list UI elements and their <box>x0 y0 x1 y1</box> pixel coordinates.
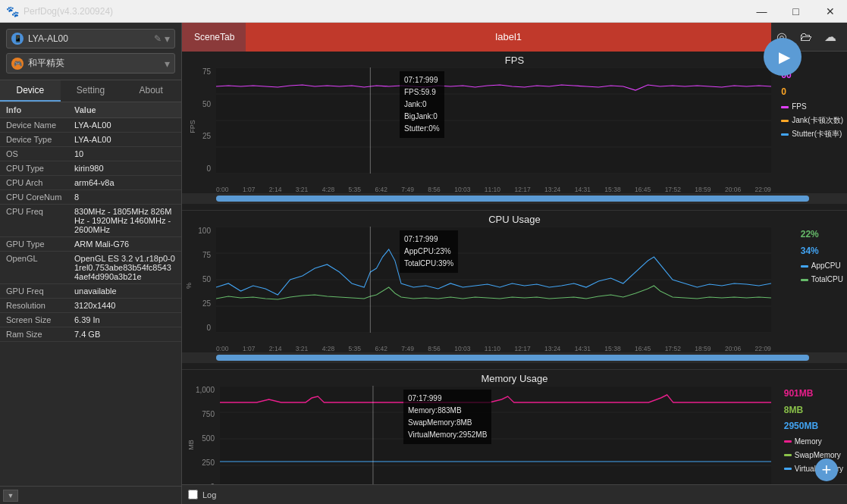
info-key: Screen Size <box>6 315 74 324</box>
right-panel: SceneTab label1 ◎ 🗁 ☁ FPS 75 50 25 0 <box>182 23 847 504</box>
info-key: Resolution <box>6 301 74 310</box>
info-row: CPU Freq830MHz - 1805MHz 826MHz - 1920MH… <box>0 205 181 237</box>
memory-chart-svg <box>220 386 771 484</box>
cpu-legend-total-value: 34% <box>801 243 843 260</box>
info-row: Ram Size7.4 GB <box>0 327 181 342</box>
memory-chart-container: Memory Usage 1,000 750 500 250 0 MB <box>182 370 847 484</box>
cpu-legend: 22% 34% AppCPU TotalCPU <box>801 227 843 286</box>
total-cpu-label: TotalCPU <box>811 273 843 286</box>
info-row: GPU Frequnavailable <box>0 284 181 299</box>
info-table-header: Info Value <box>0 102 181 118</box>
info-row: GPU TypeARM Mali-G76 <box>0 237 181 252</box>
close-button[interactable]: ✕ <box>813 0 847 23</box>
log-checkbox[interactable] <box>188 490 198 499</box>
titlebar: 🐾 PerfDog(v4.3.200924) — □ ✕ <box>0 0 847 23</box>
info-key: OpenGL <box>6 254 74 263</box>
info-row: Device NameLYA-AL00 <box>0 118 181 133</box>
info-key: CPU CoreNum <box>6 193 74 202</box>
minimize-button[interactable]: — <box>745 0 779 23</box>
info-key: CPU Arch <box>6 178 74 187</box>
add-chart-button[interactable]: + <box>815 459 838 481</box>
info-value: kirin980 <box>74 164 175 173</box>
info-key: OS <box>6 149 74 158</box>
memory-chart-title: Memory Usage <box>182 370 847 384</box>
info-value: LYA-AL00 <box>74 121 175 130</box>
titlebar-title: PerfDog(v4.3.200924) <box>24 6 113 17</box>
info-row: CPU CoreNum8 <box>0 190 181 205</box>
cpu-chart-container: CPU Usage 100 75 50 25 0 % <box>182 211 847 370</box>
fps-chart-container: FPS 75 50 25 0 FPS <box>182 52 847 211</box>
tab-about[interactable]: About <box>121 80 181 102</box>
device-selector-row[interactable]: 📱 LYA-AL00 ✎ ▾ <box>6 29 175 49</box>
info-value: 10 <box>74 149 175 158</box>
charts-area: FPS 75 50 25 0 FPS <box>182 52 847 484</box>
fps-y-labels: 75 50 25 0 <box>182 67 214 173</box>
fps-legend-label: FPS <box>792 100 806 114</box>
tab-setting[interactable]: Setting <box>61 80 121 102</box>
info-value: 7.4 GB <box>74 330 175 339</box>
device-name-display: LYA-AL00 <box>28 33 154 44</box>
tabs-bar: Device Setting About <box>0 80 181 102</box>
scene-tab-bar: SceneTab label1 ◎ 🗁 ☁ <box>182 23 847 52</box>
maximize-button[interactable]: □ <box>779 0 813 23</box>
cpu-x-labels: 0:001:072:143:214:285:356:427:498:5610:0… <box>182 345 847 352</box>
tab-device[interactable]: Device <box>0 80 61 102</box>
cpu-scrollbar-track <box>216 355 809 361</box>
log-label[interactable]: Log <box>202 490 216 499</box>
left-panel: 📱 LYA-AL00 ✎ ▾ 🎮 和平精英 ▾ Device Setting A… <box>0 23 182 504</box>
fps-y-axis-label: FPS <box>189 120 196 133</box>
info-value: arm64-v8a <box>74 178 175 187</box>
app-icon: 🐾 <box>6 5 19 17</box>
info-key: Device Type <box>6 135 74 144</box>
fps-scrollbar[interactable] <box>182 193 847 204</box>
device-selector-area: 📱 LYA-AL00 ✎ ▾ 🎮 和平精英 ▾ <box>0 23 181 80</box>
titlebar-left: 🐾 PerfDog(v4.3.200924) <box>0 5 113 17</box>
col-info: Info <box>6 105 74 114</box>
info-key: GPU Type <box>6 239 74 249</box>
info-row: OS10 <box>0 147 181 161</box>
info-key: CPU Type <box>6 164 74 173</box>
device-dropdown-icon[interactable]: ▾ <box>165 33 170 45</box>
info-value: OpenGL ES 3.2 v1.r18p0-01rel0.753abe83b5… <box>74 254 175 281</box>
app-selector-row[interactable]: 🎮 和平精英 ▾ <box>6 53 175 74</box>
stutter-dot <box>781 133 789 136</box>
scroll-down-btn[interactable]: ▼ <box>3 490 18 502</box>
info-row: Device TypeLYA-AL00 <box>0 133 181 147</box>
fps-scrollbar-thumb <box>216 196 809 202</box>
edit-icon[interactable]: ✎ <box>154 33 162 44</box>
mem-legend-memory: Memory <box>784 435 843 449</box>
app-cpu-label: AppCPU <box>811 259 841 273</box>
info-value: 8 <box>74 193 175 202</box>
app-icon: 🎮 <box>11 58 24 70</box>
info-key: GPU Freq <box>6 286 74 296</box>
fps-chart-title: FPS <box>182 52 847 66</box>
info-row: Screen Size6.39 In <box>0 313 181 327</box>
device-icon: 📱 <box>11 33 24 45</box>
cpu-y-labels: 100 75 50 25 0 <box>182 227 214 332</box>
app-dropdown-icon[interactable]: ▾ <box>165 58 170 70</box>
cpu-legend-total: TotalCPU <box>801 273 843 286</box>
scene-tab-label[interactable]: SceneTab <box>182 23 246 52</box>
info-value: LYA-AL00 <box>74 135 175 144</box>
mem-legend-swap: SwapMemory <box>784 449 843 462</box>
app-name-display: 和平精英 <box>28 57 165 70</box>
fps-chart-svg <box>216 67 771 174</box>
bottom-controls: ▼ <box>0 486 181 504</box>
fps-legend: 60 0 FPS Jank(卡顿次数) Stutter(卡顿率) <box>781 67 843 141</box>
fps-legend-fps: FPS <box>781 100 843 114</box>
folder-icon-btn[interactable]: 🗁 <box>795 27 817 48</box>
titlebar-controls: — □ ✕ <box>745 0 847 23</box>
cpu-scrollbar[interactable] <box>182 352 847 363</box>
info-row: OpenGLOpenGL ES 3.2 v1.r18p0-01rel0.753a… <box>0 252 181 284</box>
info-table: Info Value Device NameLYA-AL00Device Typ… <box>0 102 181 486</box>
fps-x-labels: 0:001:072:143:214:285:356:427:498:5610:0… <box>182 186 847 193</box>
info-value: 6.39 In <box>74 315 175 324</box>
fps-scrollbar-track <box>216 196 809 202</box>
cpu-legend-app: AppCPU <box>801 259 843 273</box>
fps-legend-jank: Jank(卡顿次数) <box>781 114 843 127</box>
play-button[interactable] <box>764 38 802 76</box>
info-value: unavailable <box>74 286 175 296</box>
cloud-icon-btn[interactable]: ☁ <box>820 27 841 48</box>
mem-legend-value: 901MB <box>784 386 843 402</box>
fps-dot <box>781 106 789 108</box>
